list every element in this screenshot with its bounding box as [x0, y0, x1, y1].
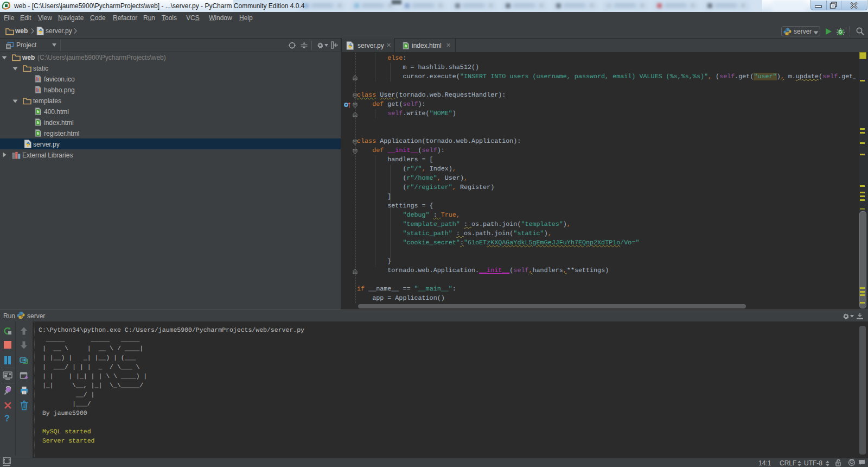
- svg-text:h: h: [37, 131, 40, 136]
- svg-text:T: T: [837, 463, 839, 466]
- svg-text:h: h: [37, 109, 40, 114]
- svg-text:h: h: [405, 43, 407, 48]
- svg-text:h: h: [37, 120, 40, 125]
